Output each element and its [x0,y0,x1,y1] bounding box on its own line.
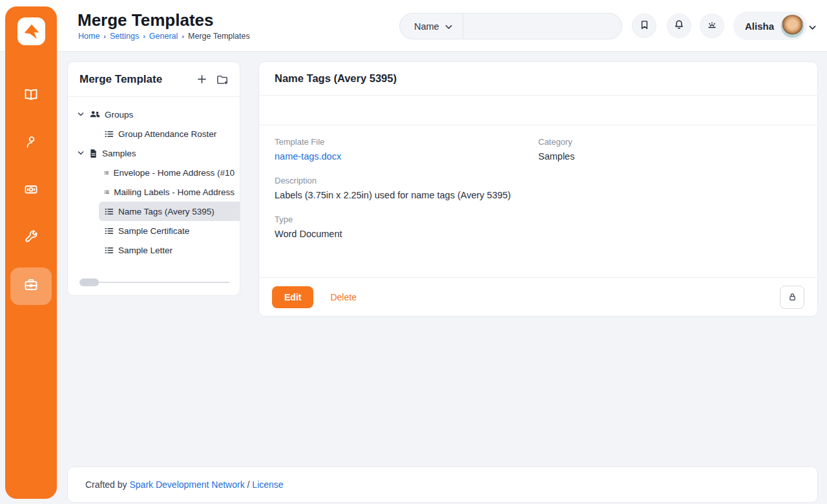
tree-item-mailing-labels[interactable]: Mailing Labels - Home Address [99,182,240,202]
list-icon [104,246,114,255]
breadcrumb-separator: › [182,32,184,40]
footer-prefix: Crafted by [85,479,127,490]
tree-item-envelope-home-address[interactable]: Envelope - Home Address (#10 [99,163,240,182]
users-icon [89,110,100,119]
list-icon [104,207,114,216]
scrollbar-track [79,282,229,283]
detail-body: Template File name-tags.docx Category Sa… [259,125,817,277]
list-icon [104,187,109,197]
money-icon [23,182,39,200]
breadcrumb-general[interactable]: General [149,32,178,41]
bookmark-icon [639,19,650,34]
plus-icon [197,74,207,84]
breadcrumb-settings[interactable]: Settings [110,32,139,41]
detail-badge-band [259,96,817,125]
field-value: Word Document [275,229,802,239]
add-category-button[interactable] [216,74,228,85]
tree-node-label: Samples [102,149,136,158]
add-template-button[interactable] [197,74,207,84]
tree-node-label: Groups [105,110,133,120]
field-label: Template File [275,137,538,147]
breadcrumb-home[interactable]: Home [78,32,99,41]
sidebar-item-settings[interactable] [10,268,52,305]
search-input[interactable] [463,14,622,39]
toolbox-icon [23,277,39,295]
list-icon [104,168,109,178]
breadcrumb: Home › Settings › General › Merge Templa… [78,32,250,41]
tree-panel-header: Merge Template [68,62,240,97]
user-menu-caret-icon[interactable] [809,21,816,33]
tree-panel-title: Merge Template [79,73,197,86]
field-template-file: Template File name-tags.docx [275,137,538,162]
book-open-icon [23,87,39,105]
detail-title: Name Tags (Avery 5395) [275,72,397,85]
user-menu[interactable]: Alisha [733,12,807,40]
folder-plus-icon [216,74,228,85]
tree-node-groups[interactable]: Groups [68,105,240,124]
field-label: Description [275,176,802,185]
list-icon [104,129,114,139]
merge-template-tree-panel: Merge Template Groups Group Attendance R… [67,61,240,296]
tree-item-label: Envelope - Home Address (#10 [113,168,235,178]
chevron-down-icon [77,149,85,157]
search-filter-dropdown[interactable]: Name [400,14,463,39]
tree-item-sample-letter[interactable]: Sample Letter [99,240,240,260]
tree-item-sample-certificate[interactable]: Sample Certificate [99,221,240,240]
file-icon [89,149,98,158]
smart-search: Name [399,13,622,39]
delete-link[interactable]: Delete [330,292,356,302]
sidebar-nav [5,6,57,499]
sidebar-item-library[interactable] [10,77,52,114]
template-tree: Groups Group Attendance Roster Samples E… [68,97,240,260]
security-button[interactable] [780,286,804,309]
field-value: Samples [538,151,802,162]
search-filter-label: Name [414,21,439,32]
detail-header: Name Tags (Avery 5395) [259,62,817,96]
page-footer: Crafted by Spark Development Network / L… [67,467,818,503]
sidebar-item-people[interactable] [10,125,52,162]
sidebar-item-finance[interactable] [10,172,52,209]
breadcrumb-separator: › [103,32,106,40]
list-icon [104,226,114,236]
field-description: Description Labels (3.75in x 2.25in) use… [275,176,802,200]
tree-item-label: Mailing Labels - Home Address [114,187,235,197]
bookmarks-button[interactable] [632,14,656,38]
person-icon [23,134,39,152]
sunrise-icon [706,19,718,33]
merge-template-detail-panel: Name Tags (Avery 5395) Template File nam… [258,61,818,317]
rock-logo[interactable] [17,17,45,45]
tree-item-label: Sample Letter [118,246,173,255]
lock-icon [788,292,797,302]
breadcrumb-separator: › [143,32,145,40]
breadcrumb-current: Merge Templates [188,32,250,41]
page-title: Merge Templates [78,10,213,30]
tree-item-label: Sample Certificate [118,226,189,236]
help-center-button[interactable] [700,14,724,38]
user-name: Alisha [745,21,774,32]
template-file-link[interactable]: name-tags.docx [275,151,538,162]
tree-node-samples[interactable]: Samples [68,143,240,163]
wrench-icon [23,229,39,247]
bell-icon [673,19,685,34]
field-label: Type [275,215,802,224]
edit-button[interactable]: Edit [272,286,313,308]
footer-license-link[interactable]: License [252,479,283,490]
notifications-button[interactable] [667,14,691,38]
sidebar-item-tools[interactable] [10,220,52,257]
rock-logo-icon [22,22,41,41]
field-type: Type Word Document [275,215,802,239]
tree-item-label: Name Tags (Avery 5395) [118,207,215,216]
tree-item-name-tags-selected[interactable]: Name Tags (Avery 5395) [99,202,240,221]
chevron-down-icon [445,21,452,32]
chevron-down-icon [77,110,85,118]
footer-spark-link[interactable]: Spark Development Network [129,479,244,490]
field-label: Category [538,137,802,147]
field-category: Category Samples [538,137,802,162]
user-avatar [780,14,804,38]
field-value: Labels (3.75in x 2.25in) used for name t… [275,190,802,200]
tree-item-group-attendance-roster[interactable]: Group Attendance Roster [99,124,240,143]
scrollbar-thumb[interactable] [79,278,99,286]
tree-horizontal-scrollbar[interactable] [79,278,229,286]
top-header-band: Merge Templates Home › Settings › Genera… [0,0,827,52]
tree-item-label: Group Attendance Roster [118,129,216,139]
